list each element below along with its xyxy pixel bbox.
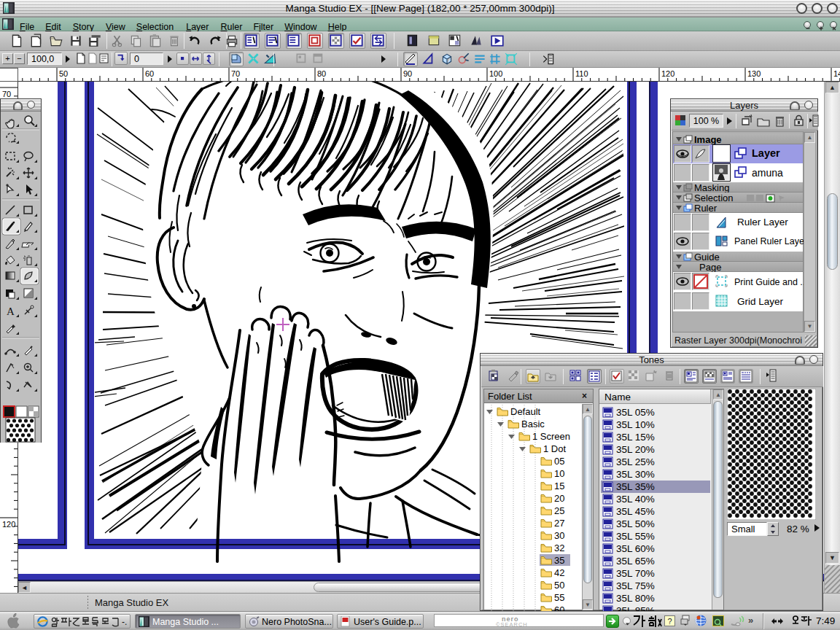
svg-text:80: 80 [317, 69, 326, 78]
svg-text:42: 42 [554, 567, 564, 578]
svg-text:1 Dot: 1 Dot [543, 443, 566, 454]
svg-text:50: 50 [59, 69, 68, 78]
svg-text:Default: Default [510, 406, 541, 417]
svg-text:90: 90 [403, 69, 412, 78]
svg-text:120: 120 [661, 69, 674, 78]
svg-text:110: 110 [575, 69, 588, 78]
svg-text:120: 120 [2, 520, 15, 529]
svg-text:20: 20 [554, 493, 564, 504]
svg-text:55: 55 [554, 592, 564, 603]
svg-text:1 Screen: 1 Screen [532, 431, 570, 442]
svg-text:Basic: Basic [521, 419, 545, 429]
svg-text:60: 60 [145, 69, 154, 78]
svg-text:A: A [7, 306, 15, 317]
svg-text:70: 70 [2, 90, 11, 98]
svg-text:32: 32 [554, 542, 564, 553]
svg-text:-...: -... [122, 617, 127, 627]
svg-text:05: 05 [554, 456, 564, 467]
svg-text:15: 15 [554, 481, 564, 491]
svg-text:140: 140 [833, 69, 840, 78]
svg-text:25: 25 [554, 505, 564, 516]
svg-text:27: 27 [554, 518, 564, 529]
svg-text:50: 50 [554, 580, 564, 591]
svg-text:70: 70 [231, 69, 240, 78]
svg-text:10: 10 [554, 468, 564, 479]
svg-text:30: 30 [554, 530, 564, 541]
svg-text:100: 100 [489, 69, 502, 78]
svg-text:60: 60 [554, 604, 564, 611]
svg-text:130: 130 [747, 69, 761, 78]
svg-text:35: 35 [554, 555, 564, 566]
